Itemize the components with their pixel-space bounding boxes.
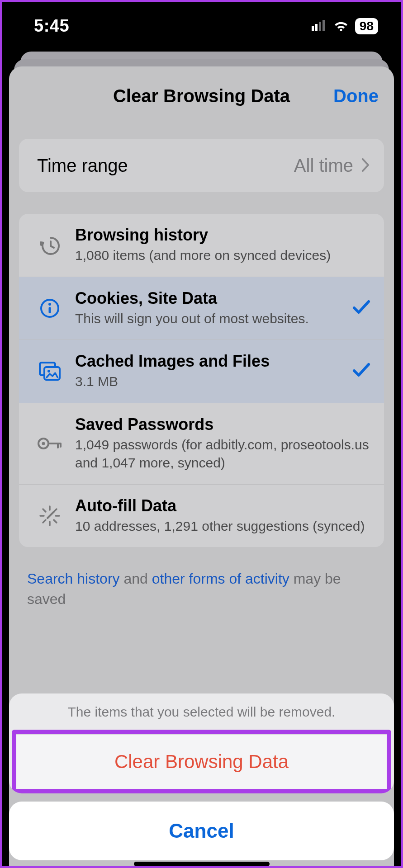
battery-badge: 98 bbox=[355, 18, 378, 34]
page-title: Clear Browsing Data bbox=[113, 86, 290, 106]
item-sub: This will sign you out of most websites. bbox=[75, 310, 340, 328]
svg-point-5 bbox=[48, 303, 51, 306]
checkmark-icon bbox=[352, 363, 370, 380]
checkmark-icon bbox=[352, 300, 370, 317]
item-cached[interactable]: Cached Images and Files 3.1 MB bbox=[19, 340, 384, 403]
item-title: Saved Passwords bbox=[75, 415, 370, 434]
svg-rect-3 bbox=[322, 20, 325, 31]
action-sheet-message: The items that you selected will be remo… bbox=[9, 693, 394, 730]
time-range-value-wrap: All time bbox=[294, 156, 370, 176]
other-activity-link[interactable]: other forms of activity bbox=[152, 571, 289, 587]
svg-rect-2 bbox=[319, 22, 321, 31]
status-time: 5:45 bbox=[34, 16, 69, 36]
item-title: Browsing history bbox=[75, 226, 370, 245]
action-sheet: The items that you selected will be remo… bbox=[9, 693, 394, 860]
item-autofill[interactable]: Auto-fill Data 10 addresses, 1,291 other… bbox=[19, 485, 384, 547]
item-sub: 1,080 items (and more on synced devices) bbox=[75, 246, 370, 265]
svg-line-17 bbox=[54, 520, 57, 523]
key-icon bbox=[37, 435, 62, 452]
item-sub: 10 addresses, 1,291 other suggestions (s… bbox=[75, 517, 370, 536]
images-icon bbox=[37, 361, 62, 382]
item-title: Cached Images and Files bbox=[75, 352, 340, 371]
item-cookies[interactable]: Cookies, Site Data This will sign you ou… bbox=[19, 277, 384, 340]
item-sub: 1,049 passwords (for adbitly.com, proseo… bbox=[75, 436, 370, 472]
autofill-icon bbox=[37, 505, 62, 527]
status-bar: 5:45 98 bbox=[2, 2, 401, 50]
sheet-header: Clear Browsing Data Done bbox=[9, 80, 394, 112]
svg-point-9 bbox=[47, 370, 50, 373]
svg-rect-0 bbox=[312, 26, 314, 31]
wifi-icon bbox=[333, 19, 349, 33]
item-title: Auto-fill Data bbox=[75, 496, 370, 515]
data-items-group: Browsing history 1,080 items (and more o… bbox=[19, 214, 384, 547]
time-range-group: Time range All time bbox=[19, 139, 384, 192]
chevron-right-icon bbox=[361, 156, 370, 176]
history-icon bbox=[37, 234, 62, 256]
status-right: 98 bbox=[312, 18, 378, 34]
item-passwords[interactable]: Saved Passwords 1,049 passwords (for adb… bbox=[19, 403, 384, 485]
item-browsing-history[interactable]: Browsing history 1,080 items (and more o… bbox=[19, 214, 384, 277]
time-range-row[interactable]: Time range All time bbox=[19, 139, 384, 192]
footer-note: Search history and other forms of activi… bbox=[27, 569, 376, 609]
time-range-label: Time range bbox=[37, 156, 128, 176]
item-title: Cookies, Site Data bbox=[75, 289, 340, 308]
action-sheet-card: The items that you selected will be remo… bbox=[9, 693, 394, 793]
svg-rect-6 bbox=[49, 307, 51, 313]
clear-browsing-data-button[interactable]: Clear Browsing Data bbox=[16, 734, 387, 789]
done-button[interactable]: Done bbox=[333, 86, 379, 106]
cellular-icon bbox=[312, 20, 327, 33]
info-icon bbox=[37, 298, 62, 319]
time-range-value: All time bbox=[294, 156, 353, 176]
svg-line-16 bbox=[43, 509, 46, 512]
item-sub: 3.1 MB bbox=[75, 373, 340, 391]
svg-line-19 bbox=[43, 520, 46, 523]
svg-point-11 bbox=[42, 442, 45, 445]
svg-rect-1 bbox=[315, 24, 318, 31]
cancel-button[interactable]: Cancel bbox=[9, 802, 394, 860]
home-indicator[interactable] bbox=[134, 862, 270, 866]
highlight-box: Clear Browsing Data bbox=[12, 730, 391, 793]
search-history-link[interactable]: Search history bbox=[27, 571, 120, 587]
